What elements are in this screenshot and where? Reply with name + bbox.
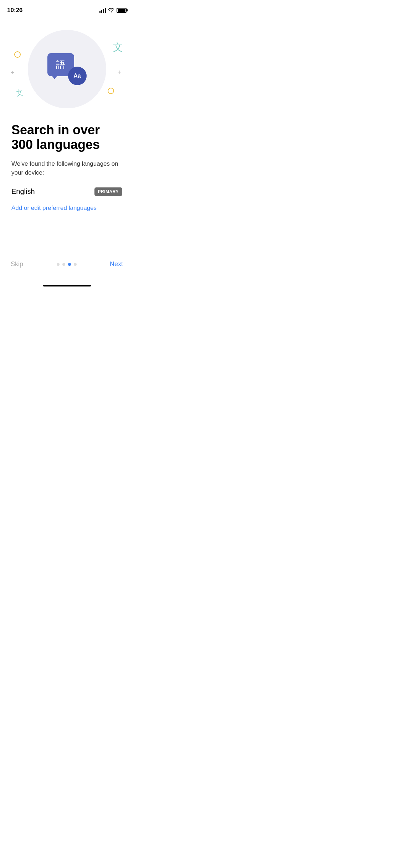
home-indicator (43, 285, 91, 286)
translate-icon-group: 語 Aa (47, 53, 87, 85)
language-name: English (11, 187, 35, 196)
edit-languages-link[interactable]: Add or edit preferred languages (11, 205, 97, 211)
deco-kanji-small-left: 文 (15, 87, 24, 98)
main-title: Search in over 300 languages (11, 123, 122, 152)
deco-plus-left: + (11, 69, 15, 77)
skip-button[interactable]: Skip (11, 260, 23, 268)
dot-2 (62, 263, 65, 266)
illustration-area: + 文 文 + 語 Aa (0, 23, 134, 115)
deco-circle-yellow (14, 51, 21, 58)
nav-row: Skip Next (11, 260, 123, 268)
dot-3-active (68, 263, 71, 266)
deco-kanji-top-right: 文 (113, 41, 123, 54)
subtitle-text: We've found the following languages on y… (11, 159, 122, 177)
next-button[interactable]: Next (110, 260, 123, 268)
deco-circle-yellow2 (108, 88, 114, 94)
wifi-icon (108, 7, 114, 14)
status-time: 10:26 (7, 7, 22, 14)
primary-badge: PRIMARY (94, 187, 122, 196)
signal-icon (99, 8, 106, 13)
aa-text: Aa (73, 73, 81, 79)
dot-1 (57, 263, 60, 266)
kanji-text: 語 (56, 58, 65, 71)
language-row: English PRIMARY (11, 187, 122, 196)
circle-background: 語 Aa (28, 30, 106, 108)
battery-icon (117, 8, 127, 13)
status-bar: 10:26 (0, 0, 134, 16)
dot-4 (74, 263, 77, 266)
pagination-dots (57, 263, 77, 266)
deco-plus-right: + (117, 69, 121, 76)
content-area: Search in over 300 languages We've found… (0, 115, 134, 212)
status-icons (99, 7, 127, 14)
aa-bubble: Aa (68, 67, 87, 85)
